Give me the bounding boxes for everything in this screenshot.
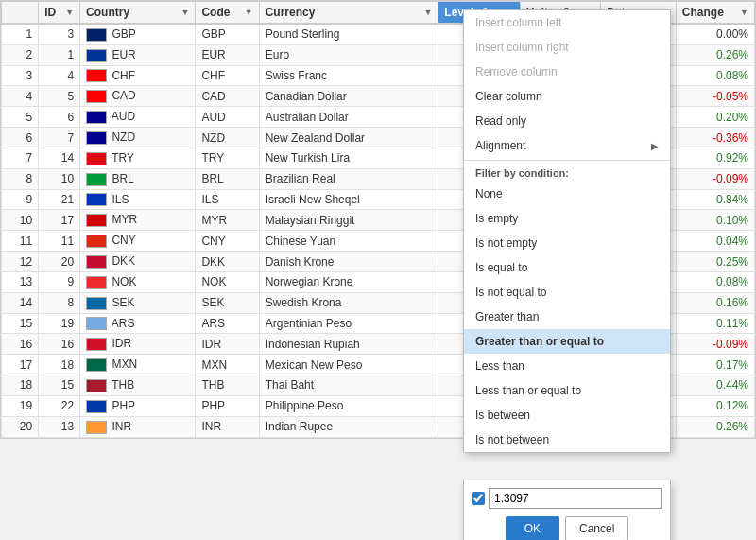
menu-item-is-not-empty[interactable]: Is not empty xyxy=(464,231,670,255)
cell-id: 13 xyxy=(39,416,80,437)
col-header-row-num[interactable] xyxy=(2,2,39,25)
cell-id: 16 xyxy=(39,334,80,355)
cell-country: MYR xyxy=(80,210,196,231)
cell-currency: Argentinian Peso xyxy=(259,313,438,334)
cell-country: CAD xyxy=(80,86,196,107)
cell-change: 0.08% xyxy=(676,65,754,86)
cell-change: 0.00% xyxy=(676,24,754,44)
col-country-label: Country xyxy=(86,6,129,19)
cell-id: 21 xyxy=(39,189,80,210)
cell-currency: Pound Sterling xyxy=(259,24,438,44)
filter-checkbox[interactable] xyxy=(472,492,485,505)
cell-id: 20 xyxy=(39,252,80,272)
cell-id: 4 xyxy=(39,65,80,86)
menu-item-clear-col[interactable]: Clear column xyxy=(464,84,670,109)
cell-id: 19 xyxy=(39,313,80,334)
col-currency-filter-icon: ▼ xyxy=(423,8,432,17)
menu-item-is-not-between[interactable]: Is not between xyxy=(464,427,670,452)
cell-id: 8 xyxy=(39,292,80,313)
cell-change: -0.05% xyxy=(676,86,754,107)
cell-change: 0.12% xyxy=(676,395,754,416)
cell-country: CNY xyxy=(80,231,196,252)
filter-bottom-panel: OK Cancel xyxy=(463,480,671,540)
col-country-filter-icon: ▼ xyxy=(181,8,190,17)
cell-code: DKK xyxy=(196,252,259,272)
cell-code: MYR xyxy=(196,210,259,231)
cell-code: NZD xyxy=(196,128,259,148)
cell-id: 6 xyxy=(39,107,80,128)
cell-currency: Philippine Peso xyxy=(259,395,438,416)
cell-rownum: 12 xyxy=(2,252,39,272)
menu-item-greater-than[interactable]: Greater than xyxy=(464,305,670,329)
menu-item-lte[interactable]: Less than or equal to xyxy=(464,378,670,403)
cell-country: ARS xyxy=(80,313,196,334)
cell-code: MXN xyxy=(196,355,259,375)
menu-item-gte[interactable]: Greater than or equal to xyxy=(464,329,670,354)
cell-code: INR xyxy=(196,416,259,437)
cell-change: 0.26% xyxy=(676,44,754,65)
cell-change: 0.44% xyxy=(676,375,754,396)
cell-country: NOK xyxy=(80,271,196,292)
menu-item-less-than[interactable]: Less than xyxy=(464,354,670,378)
cell-code: ILS xyxy=(196,189,259,210)
cell-rownum: 15 xyxy=(2,313,39,334)
cell-country: BRL xyxy=(80,168,196,189)
cell-change: 0.20% xyxy=(676,107,754,128)
cell-rownum: 11 xyxy=(2,231,39,252)
cell-change: 0.10% xyxy=(676,210,754,231)
col-code-label: Code xyxy=(201,6,230,19)
cell-currency: Danish Krone xyxy=(259,252,438,272)
cell-code: THB xyxy=(196,375,259,396)
cell-country: SEK xyxy=(80,292,196,313)
menu-item-is-not-equal[interactable]: Is not equal to xyxy=(464,280,670,305)
menu-item-alignment[interactable]: Alignment▶ xyxy=(464,133,670,158)
col-header-code[interactable]: Code▼ xyxy=(196,2,259,25)
cell-id: 5 xyxy=(39,86,80,107)
cell-currency: Thai Baht xyxy=(259,375,438,396)
cell-change: 0.92% xyxy=(676,148,754,168)
cell-currency: Israeli New Sheqel xyxy=(259,189,438,210)
menu-item-is-equal[interactable]: Is equal to xyxy=(464,255,670,280)
cell-currency: Brazilian Real xyxy=(259,168,438,189)
ok-button[interactable]: OK xyxy=(506,516,559,540)
cell-rownum: 13 xyxy=(2,271,39,292)
cell-rownum: 14 xyxy=(2,292,39,313)
cell-id: 1 xyxy=(39,44,80,65)
cell-rownum: 10 xyxy=(2,210,39,231)
cell-currency: Indonesian Rupiah xyxy=(259,334,438,355)
menu-item-remove-col: Remove column xyxy=(464,60,670,84)
submenu-arrow-icon: ▶ xyxy=(651,141,659,151)
menu-item-read-only[interactable]: Read only xyxy=(464,109,670,133)
cell-id: 15 xyxy=(39,375,80,396)
menu-item-is-between[interactable]: Is between xyxy=(464,403,670,427)
cell-rownum: 3 xyxy=(2,65,39,86)
cell-currency: Swiss Franc xyxy=(259,65,438,86)
cell-code: CNY xyxy=(196,231,259,252)
cell-country: PHP xyxy=(80,395,196,416)
cell-code: CHF xyxy=(196,65,259,86)
cell-currency: Euro xyxy=(259,44,438,65)
col-header-id[interactable]: ID▼ xyxy=(39,2,80,25)
cancel-button[interactable]: Cancel xyxy=(565,516,628,540)
col-header-change[interactable]: Change▼ xyxy=(676,2,754,25)
cell-country: DKK xyxy=(80,252,196,272)
filter-input-row xyxy=(472,488,662,509)
cell-id: 10 xyxy=(39,168,80,189)
col-change-filter-icon: ▼ xyxy=(740,8,748,17)
cell-rownum: 4 xyxy=(2,86,39,107)
menu-item-none[interactable]: None xyxy=(464,182,670,206)
cell-currency: Canadian Dollar xyxy=(259,86,438,107)
cell-rownum: 5 xyxy=(2,107,39,128)
col-header-country[interactable]: Country▼ xyxy=(80,2,196,25)
cell-rownum: 18 xyxy=(2,375,39,396)
col-header-currency[interactable]: Currency▼ xyxy=(259,2,438,25)
cell-id: 9 xyxy=(39,271,80,292)
cell-country: GBP xyxy=(80,24,196,44)
cell-code: ARS xyxy=(196,313,259,334)
cell-country: AUD xyxy=(80,107,196,128)
filter-input[interactable] xyxy=(489,488,662,509)
menu-item-is-empty[interactable]: Is empty xyxy=(464,206,670,231)
col-change-label: Change xyxy=(682,6,724,19)
cell-code: EUR xyxy=(196,44,259,65)
cell-country: MXN xyxy=(80,355,196,375)
